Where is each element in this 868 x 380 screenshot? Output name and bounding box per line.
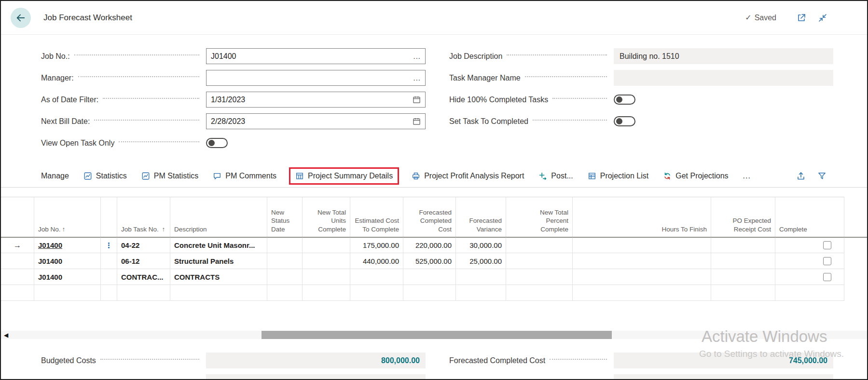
pm-statistics-button[interactable]: PM Statistics [141,172,198,180]
cell-hours-to-finish[interactable] [573,285,711,301]
set-task-to-completed-toggle[interactable] [614,116,635,126]
col-header-po-expected-receipt-cost[interactable]: PO Expected Receipt Cost [711,197,775,237]
as-of-date-input[interactable]: 1/31/2023 [206,92,426,108]
open-in-new-window-button[interactable] [797,13,806,23]
cell-po-expected-receipt-cost[interactable] [711,285,775,301]
cell-hours-to-finish[interactable] [573,253,711,269]
row-selector-cell[interactable]: → [1,237,34,253]
next-bill-date-calendar-button[interactable] [413,117,421,125]
cell-estimated-cost-to-complete[interactable] [350,285,403,301]
row-menu-cell[interactable] [101,253,117,269]
row-menu-cell[interactable] [101,285,117,301]
manage-menu[interactable]: Manage [41,172,69,180]
cell-new-total-units-complete[interactable] [303,269,350,285]
pm-comments-button[interactable]: PM Comments [213,172,276,180]
col-header-forecasted-variance[interactable]: Forecasted Variance [456,197,506,237]
action-bar: Manage Statistics PM Statistics PM Comme… [1,164,867,188]
cell-forecasted-variance[interactable] [456,285,506,301]
col-header-complete[interactable]: Complete [775,197,844,237]
as-of-date-calendar-button[interactable] [413,95,421,104]
cell-new-status-date[interactable] [267,253,303,269]
col-header-hours-to-finish[interactable]: Hours To Finish [573,197,711,237]
cell-job-no[interactable]: J01400 [34,253,101,269]
projection-list-button[interactable]: Projection List [588,172,649,180]
complete-checkbox[interactable] [823,241,831,249]
cell-description[interactable]: Structural Panels [170,253,267,269]
cell-job-task-no[interactable] [117,285,170,301]
col-header-new-total-units-complete[interactable]: New Total Units Complete [303,197,350,237]
cell-po-expected-receipt-cost[interactable] [711,253,775,269]
project-profit-analysis-report-button[interactable]: Project Profit Analysis Report [412,172,524,180]
row-selector-cell[interactable] [1,269,34,285]
cell-estimated-cost-to-complete[interactable] [350,269,403,285]
cell-forecasted-completed-cost[interactable] [403,269,456,285]
row-menu-cell[interactable]: ⋮ [101,237,117,253]
col-header-forecasted-completed-cost[interactable]: Forecasted Completed Cost [403,197,456,237]
row-selector-cell[interactable] [1,285,34,301]
scroll-left-arrow-icon[interactable]: ◀ [4,331,8,339]
row-menu-cell[interactable] [101,269,117,285]
cell-description[interactable] [170,285,267,301]
cell-new-total-percent-complete[interactable] [506,285,573,301]
col-header-new-total-percent-complete[interactable]: New Total Percent Complete [506,197,573,237]
back-button[interactable] [11,8,31,28]
cell-new-total-percent-complete[interactable] [506,253,573,269]
cell-po-expected-receipt-cost[interactable] [711,237,775,253]
cell-description[interactable]: Concrete Unit Masonr... [170,237,267,253]
job-no-lookup-button[interactable]: ... [413,52,421,60]
cell-new-total-units-complete[interactable] [303,285,350,301]
cell-forecasted-completed-cost[interactable] [403,285,456,301]
cell-forecasted-variance[interactable] [456,269,506,285]
manager-input[interactable]: ... [206,70,426,86]
col-header-estimated-cost-to-complete[interactable]: Estimated Cost To Complete [350,197,403,237]
cell-description[interactable]: CONTRACTS [170,269,267,285]
filter-button[interactable] [817,171,827,180]
cell-forecasted-variance[interactable]: 25,000.00 [456,253,506,269]
hide-completed-tasks-toggle[interactable] [614,95,635,105]
manager-label: Manager: [41,74,74,82]
job-no-input[interactable]: J01400 ... [206,48,426,64]
get-projections-button[interactable]: Get Projections [663,172,728,180]
next-bill-date-input[interactable]: 2/28/2023 [206,113,426,129]
cell-new-total-percent-complete[interactable] [506,237,573,253]
complete-checkbox[interactable] [823,273,831,281]
cell-job-no[interactable]: J01400 [34,269,101,285]
more-actions-button[interactable]: ... [743,172,751,180]
cell-po-expected-receipt-cost[interactable] [711,269,775,285]
cell-job-no[interactable]: J01400 [34,237,101,253]
cell-new-status-date[interactable] [267,237,303,253]
cell-estimated-cost-to-complete[interactable]: 440,000.00 [350,253,403,269]
cell-forecasted-completed-cost[interactable]: 220,000.00 [403,237,456,253]
col-header-new-status-date[interactable]: New Status Date [267,197,303,237]
horizontal-scrollbar[interactable]: ◀ [1,331,867,339]
cell-new-total-units-complete[interactable] [303,237,350,253]
col-header-job-no[interactable]: Job No.↑ [34,197,101,237]
row-selector-cell[interactable] [1,253,34,269]
cell-estimated-cost-to-complete[interactable]: 175,000.00 [350,237,403,253]
cell-new-total-units-complete[interactable] [303,253,350,269]
job-no-row: Job No.: J01400 ... [41,48,426,64]
col-header-job-task-no[interactable]: Job Task No. ↑ [117,197,170,237]
cell-forecasted-completed-cost[interactable]: 525,000.00 [403,253,456,269]
cell-job-task-no[interactable]: CONTRAC... [117,269,170,285]
cell-new-status-date[interactable] [267,269,303,285]
cell-new-total-percent-complete[interactable] [506,269,573,285]
share-button[interactable] [796,171,806,181]
cell-hours-to-finish[interactable] [573,269,711,285]
post-button[interactable]: Post... [538,172,573,180]
cell-hours-to-finish[interactable] [573,237,711,253]
cell-forecasted-variance[interactable]: 30,000.00 [456,237,506,253]
cell-complete [775,253,844,269]
cell-job-no[interactable] [34,285,101,301]
cell-job-task-no[interactable]: 04-22 [117,237,170,253]
cell-new-status-date[interactable] [267,285,303,301]
view-open-task-only-toggle[interactable] [206,138,228,148]
collapse-header-button[interactable] [818,13,827,23]
manager-lookup-button[interactable]: ... [413,74,421,82]
statistics-button[interactable]: Statistics [83,172,127,180]
complete-checkbox[interactable] [823,257,831,265]
project-summary-details-button[interactable]: Project Summary Details [295,172,393,180]
col-header-description[interactable]: Description [170,197,267,237]
cell-job-task-no[interactable]: 06-12 [117,253,170,269]
scrollbar-thumb[interactable] [262,331,612,339]
